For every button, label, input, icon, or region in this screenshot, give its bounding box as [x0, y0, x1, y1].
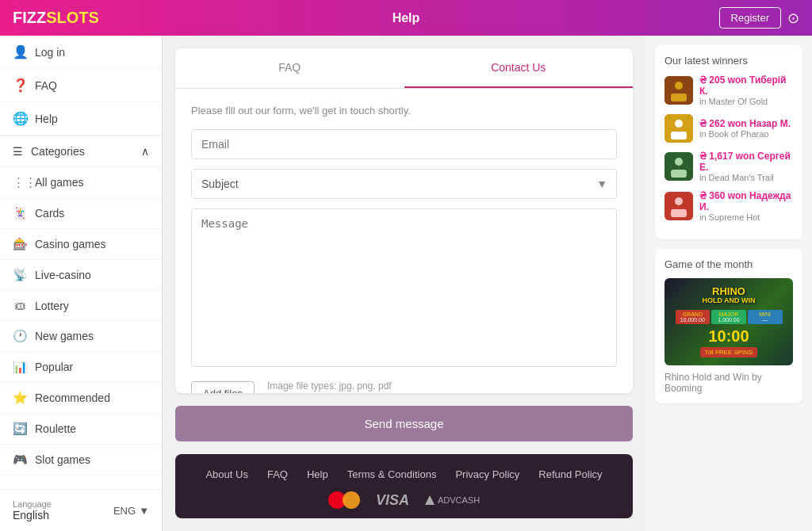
footer-link-faq[interactable]: FAQ — [267, 468, 288, 480]
winner-info-0: ₴ 205 won Тиберій К. in Master Of Gold — [699, 74, 793, 106]
tab-faq[interactable]: FAQ — [175, 48, 404, 88]
language-selector[interactable]: ENG ▼ — [113, 505, 149, 517]
winner-game-2: in Dead Man's Trail — [699, 173, 793, 182]
sidebar-item-cards[interactable]: 🃏 Cards — [0, 198, 162, 229]
file-hint-line1: Image file types: jpg, png, pdf — [267, 379, 392, 393]
free-spins-badge: 7/8 FREE SPINS — [700, 347, 758, 357]
casino-icon: 🎰 — [13, 237, 27, 251]
file-row: Add files Image file types: jpg, png, pd… — [191, 379, 617, 393]
help-icon: 🌐 — [13, 111, 27, 126]
casino-label: Casino games — [35, 238, 106, 250]
recommended-label: Recommended — [35, 392, 110, 404]
sidebar-item-popular[interactable]: 📊 Popular — [0, 352, 162, 383]
visa-icon: VISA — [376, 492, 409, 509]
sidebar-item-login[interactable]: 👤 Log in — [0, 36, 162, 69]
header-title: Help — [393, 11, 420, 25]
login-arrow-icon[interactable]: ⊙ — [787, 10, 799, 27]
language-chevron-icon: ▼ — [139, 505, 149, 517]
sidebar-faq-label: FAQ — [35, 79, 57, 92]
roulette-icon: 🔄 — [13, 422, 27, 436]
form-body: Please fill out our form, we'll get in t… — [175, 89, 633, 393]
footer-link-help[interactable]: Help — [307, 468, 328, 480]
right-sidebar: Our latest winners ₴ 205 won Тиберій К. … — [645, 36, 812, 531]
footer-link-refund[interactable]: Refund Policy — [538, 468, 602, 480]
email-field[interactable] — [191, 129, 617, 159]
cards-label: Cards — [35, 207, 64, 220]
sidebar-language: Language English ENG ▼ — [0, 489, 162, 531]
winner-info-3: ₴ 360 won Надежда И. in Supreme Hot — [699, 190, 793, 222]
tabs-row: FAQ Contact Us — [175, 48, 633, 89]
svg-rect-9 — [671, 170, 687, 178]
message-field[interactable] — [191, 208, 617, 367]
subject-select[interactable]: Subject — [191, 169, 617, 199]
winner-avatar-0 — [665, 76, 693, 105]
winner-game-3: in Supreme Hot — [699, 212, 793, 222]
sidebar-item-allgames[interactable]: ⋮⋮ All games — [0, 167, 162, 198]
svg-rect-3 — [671, 94, 687, 101]
recommended-icon: ⭐ — [13, 391, 27, 405]
footer-link-about[interactable]: About Us — [205, 468, 247, 480]
register-button[interactable]: Register — [719, 7, 781, 29]
popular-icon: 📊 — [13, 360, 27, 374]
categories-icon: ☰ — [13, 145, 23, 158]
sidebar-login-label: Log in — [35, 46, 65, 59]
add-files-button[interactable]: Add files — [191, 381, 255, 394]
language-info: Language English — [13, 499, 52, 521]
mastercard-icon — [328, 491, 360, 509]
allgames-icon: ⋮⋮ — [13, 175, 27, 189]
winner-item-0: ₴ 205 won Тиберій К. in Master Of Gold — [665, 74, 793, 106]
popular-label: Popular — [35, 361, 73, 373]
sidebar-item-lottery[interactable]: 🎟 Lottery — [0, 291, 162, 321]
sidebar-item-help[interactable]: 🌐 Help — [0, 102, 162, 136]
sidebar-item-casino[interactable]: 🎰 Casino games — [0, 229, 162, 260]
send-message-button[interactable]: Send message — [175, 406, 633, 441]
sidebar-item-newgames[interactable]: 🕐 New games — [0, 321, 162, 352]
tab-contact[interactable]: Contact Us — [404, 48, 634, 88]
footer: About Us FAQ Help Terms & Conditions Pri… — [175, 454, 633, 518]
game-win-amount: 10:00 — [708, 327, 749, 346]
winner-game-0: in Master Of Gold — [699, 97, 793, 106]
sidebar: 👤 Log in ❓ FAQ 🌐 Help ☰ Categories ∧ — [0, 36, 163, 531]
winner-item-1: ₴ 262 won Назар М. in Book of Pharao — [665, 114, 793, 143]
winner-item-2: ₴ 1,617 won Сергей Е. in Dead Man's Trai… — [665, 151, 793, 182]
slotgames-label: Slot games — [35, 453, 90, 466]
newgames-icon: 🕐 — [13, 329, 27, 343]
winner-avatar-1 — [665, 114, 693, 143]
winner-amount-2: ₴ 1,617 won Сергей Е. — [699, 151, 793, 173]
slotgames-icon: 🎮 — [13, 453, 27, 467]
categories-header-left: ☰ Categories — [13, 145, 85, 158]
svg-point-5 — [675, 120, 683, 128]
advcash-label: ADVCASH — [438, 495, 480, 505]
winner-amount-3: ₴ 360 won Надежда И. — [699, 190, 793, 212]
winner-avatar-2 — [665, 152, 693, 181]
categories-label: Categories — [31, 145, 85, 158]
sidebar-item-live-casino[interactable]: 📡 Live-casino — [0, 260, 162, 291]
language-value: English — [13, 509, 52, 521]
winner-avatar-3 — [665, 192, 693, 220]
form-hint: Please fill out our form, we'll get in t… — [191, 105, 617, 117]
winner-info-2: ₴ 1,617 won Сергей Е. in Dead Man's Trai… — [699, 151, 793, 182]
game-month-title: Game of the month — [665, 258, 793, 270]
user-icon: 👤 — [13, 44, 27, 59]
footer-link-privacy[interactable]: Privacy Policy — [455, 468, 519, 480]
svg-point-8 — [675, 158, 683, 166]
game-month-name: Rhino Hold and Win by Booming — [665, 372, 793, 394]
sidebar-item-roulette[interactable]: 🔄 Roulette — [0, 414, 162, 445]
game-thumbnail[interactable]: RHINO HOLD AND WIN GRAND 10,000.00 MAJOR… — [665, 278, 793, 365]
winner-amount-1: ₴ 262 won Назар М. — [699, 118, 793, 129]
game-title: RHINO HOLD AND WIN — [702, 286, 755, 305]
sidebar-item-faq[interactable]: ❓ FAQ — [0, 69, 162, 102]
footer-link-terms[interactable]: Terms & Conditions — [347, 468, 437, 480]
header: FIZZSLOTS Help Register ⊙ — [0, 0, 812, 36]
live-casino-icon: 📡 — [13, 268, 27, 282]
sidebar-categories-header[interactable]: ☰ Categories ∧ — [0, 136, 162, 167]
sidebar-item-slotgames[interactable]: 🎮 Slot games — [0, 445, 162, 476]
footer-links: About Us FAQ Help Terms & Conditions Pri… — [191, 468, 617, 480]
svg-point-2 — [675, 82, 683, 90]
winner-item-3: ₴ 360 won Надежда И. in Supreme Hot — [665, 190, 793, 222]
logo-fizz: FIZZ — [13, 9, 46, 26]
logo: FIZZSLOTS — [13, 9, 99, 27]
sidebar-item-recommended[interactable]: ⭐ Recommended — [0, 383, 162, 414]
allgames-label: All games — [35, 176, 83, 189]
jackpot-grand: GRAND 10,000.00 — [676, 310, 710, 324]
